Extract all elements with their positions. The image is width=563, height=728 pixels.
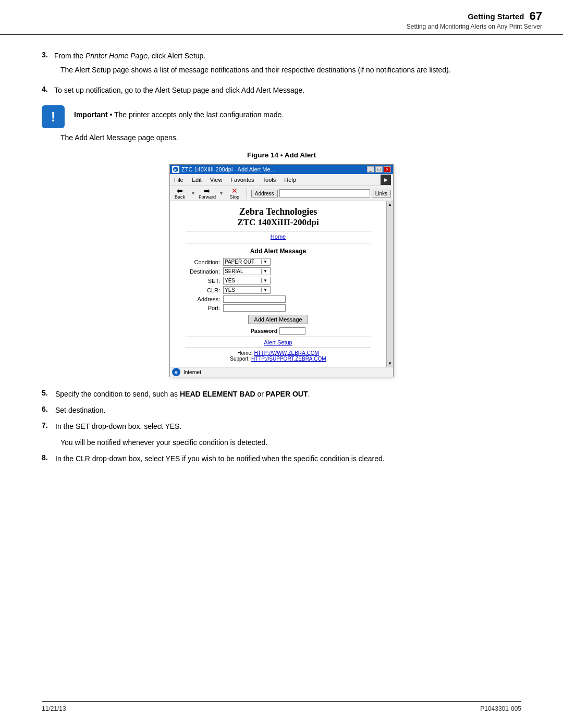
- home-url-label: Home:: [237, 350, 252, 356]
- page-footer: 11/21/13 P1043301-005: [42, 701, 521, 712]
- page-number: 67: [530, 9, 542, 23]
- step-5-block: 5. Specify the condition to send, such a…: [42, 389, 521, 400]
- minimize-button[interactable]: _: [367, 166, 374, 172]
- clr-row: CLR: YES ▼: [186, 286, 371, 294]
- header-subtitle: Setting and Monitoring Alerts on Any Pri…: [407, 23, 542, 30]
- main-content: 3. From the Printer Home Page, click Ale…: [0, 35, 563, 490]
- svg-text:e: e: [174, 167, 177, 172]
- set-arrow: ▼: [261, 278, 269, 283]
- forward-label: Forward: [199, 194, 216, 200]
- back-button[interactable]: ⬅ Back: [172, 187, 188, 200]
- company-header: Zebra Technologies ZTC 140XiIII-200dpi: [186, 206, 371, 228]
- printer-model: ZTC 140XiIII-200dpi: [186, 217, 371, 228]
- step-3-block: 3. From the Printer Home Page, click Ale…: [42, 51, 521, 76]
- destination-select[interactable]: SERIAL ▼: [223, 267, 271, 275]
- browser-app-icon: e: [172, 166, 179, 173]
- step-4-text: To set up notification, go to the Alert …: [54, 85, 304, 96]
- step-6-block: 6. Set destination.: [42, 405, 521, 416]
- menu-edit[interactable]: Edit: [190, 176, 204, 183]
- stop-icon: ✕: [231, 187, 238, 194]
- links-button[interactable]: Links: [372, 190, 391, 198]
- step-6-num: 6.: [42, 405, 52, 413]
- condition-label: Condition:: [186, 259, 223, 265]
- add-alert-message-button[interactable]: Add Alert Message: [248, 315, 308, 324]
- password-row: Password: [186, 327, 371, 335]
- important-icon: !: [42, 105, 65, 128]
- company-name: Zebra Technologies: [186, 206, 371, 217]
- add-alert-btn-row: Add Alert Message: [186, 315, 371, 324]
- step-3-text: From the Printer Home Page, click Alert …: [54, 51, 205, 61]
- step-3-subpara: The Alert Setup page shows a list of mes…: [60, 65, 521, 76]
- clr-select[interactable]: YES ▼: [223, 286, 271, 294]
- menu-help[interactable]: Help: [282, 176, 298, 183]
- menu-view[interactable]: View: [208, 176, 225, 183]
- port-input-field[interactable]: [223, 304, 286, 312]
- figure-caption: Figure 14 • Add Alert: [247, 151, 316, 159]
- close-button[interactable]: ×: [384, 166, 391, 172]
- password-label: Password: [251, 328, 278, 334]
- home-url-link[interactable]: HTTP://WWW.ZEBRA.COM: [254, 350, 319, 356]
- add-alert-open-text: The Add Alert Message page opens.: [60, 133, 521, 142]
- destination-label: Destination:: [186, 268, 223, 275]
- step-4-block: 4. To set up notification, go to the Ale…: [42, 85, 521, 96]
- forward-icon: ➡: [204, 187, 210, 194]
- address-input[interactable]: [279, 189, 370, 198]
- support-url-label: Support:: [230, 356, 250, 362]
- home-link[interactable]: Home: [186, 233, 371, 240]
- page-content-inner: Zebra Technologies ZTC 140XiIII-200dpi H…: [170, 201, 386, 367]
- password-input-field[interactable]: [279, 327, 305, 335]
- step-7-subpara: You will be notified whenever your speci…: [60, 437, 521, 448]
- support-url-link[interactable]: HTTP://SUPPORT.ZEBRA.COM: [251, 356, 326, 362]
- divider2: [186, 243, 371, 243]
- browser-menubar: File Edit View Favorites Tools Help ▶: [170, 174, 393, 186]
- port-row: Port:: [186, 304, 371, 312]
- browser-window: e ZTC 140XiIII-200dpi - Add Alert Me... …: [169, 164, 394, 377]
- step-7-text: In the SET drop-down box, select YES.: [55, 421, 521, 432]
- menu-favorites[interactable]: Favorites: [228, 176, 256, 183]
- menu-file[interactable]: File: [172, 176, 186, 183]
- address-input-field[interactable]: [223, 295, 286, 303]
- browser-content: Zebra Technologies ZTC 140XiIII-200dpi H…: [170, 201, 386, 367]
- set-select[interactable]: YES ▼: [223, 277, 271, 285]
- footer-date: 11/21/13: [42, 705, 66, 712]
- condition-select[interactable]: PAPER OUT ▼: [223, 258, 271, 266]
- browser-titlebar: e ZTC 140XiIII-200dpi - Add Alert Me... …: [170, 165, 393, 174]
- figure-container: Figure 14 • Add Alert e ZTC 140XiIII-200…: [42, 151, 521, 377]
- clr-label: CLR:: [186, 287, 223, 293]
- step-8-num: 8.: [42, 453, 52, 462]
- scrollbar[interactable]: ▲ ▼: [386, 201, 393, 367]
- alert-setup-link[interactable]: Alert Setup: [186, 339, 371, 346]
- footer-doc-num: P1043301-005: [480, 705, 521, 712]
- alert-form: Condition: PAPER OUT ▼ Destination:: [186, 258, 371, 335]
- toolbar-separator: [247, 188, 247, 199]
- back-icon: ⬅: [177, 187, 183, 194]
- divider: [186, 231, 371, 231]
- clr-arrow: ▼: [261, 288, 269, 292]
- menu-tools[interactable]: Tools: [261, 176, 278, 183]
- step-8-block: 8. In the CLR drop-down box, select YES …: [42, 453, 521, 464]
- condition-row: Condition: PAPER OUT ▼: [186, 258, 371, 266]
- divider4: [186, 348, 371, 348]
- stop-button[interactable]: ✕ Stop: [227, 187, 242, 200]
- header-section-title: Getting Started: [468, 12, 524, 21]
- address-button[interactable]: Address: [251, 190, 278, 198]
- condition-value: PAPER OUT: [225, 259, 261, 265]
- page-footer-links: Home: HTTP://WWW.ZEBRA.COM Support: HTTP…: [186, 350, 371, 362]
- stop-label: Stop: [230, 194, 240, 200]
- step-5-num: 5.: [42, 389, 52, 397]
- form-title: Add Alert Message: [186, 248, 371, 255]
- divider3: [186, 337, 371, 337]
- important-text: Important • The printer accepts only the…: [74, 105, 284, 120]
- step-4-num: 4.: [42, 85, 51, 93]
- forward-button[interactable]: ➡ Forward: [199, 187, 216, 200]
- ie-icon: e: [172, 368, 180, 376]
- status-text: Internet: [183, 369, 201, 375]
- media-icon: ▶: [381, 175, 391, 185]
- page-header: Getting Started 67 Setting and Monitorin…: [0, 0, 563, 35]
- browser-toolbar: ⬅ Back ▼ ➡ Forward ▼ ✕ Stop: [170, 186, 393, 201]
- port-label: Port:: [186, 305, 223, 311]
- set-label: SET:: [186, 278, 223, 284]
- maximize-button[interactable]: □: [375, 166, 383, 172]
- back-label: Back: [175, 194, 185, 200]
- step-3-num: 3.: [42, 51, 51, 59]
